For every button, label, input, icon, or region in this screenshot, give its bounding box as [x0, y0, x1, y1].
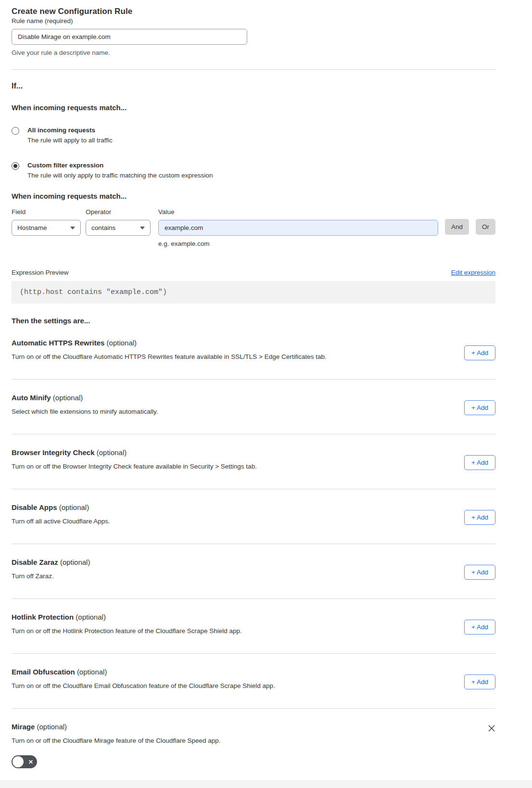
- radio-all-requests-label: All incoming requests: [27, 127, 113, 134]
- optional-tag: (optional): [97, 448, 127, 457]
- add-browser-integrity-check-button[interactable]: + Add: [464, 455, 495, 470]
- operator-select-value: contains: [91, 224, 115, 231]
- setting-email-obfuscation: Email Obfuscation (optional) Turn on or …: [12, 654, 495, 709]
- setting-title: Auto Minify: [12, 394, 51, 402]
- field-select[interactable]: Hostname: [12, 220, 81, 236]
- match-heading-2: When incoming requests match...: [12, 192, 495, 200]
- radio-all-requests-desc: The rule will apply to all traffic: [27, 137, 113, 144]
- setting-description: Turn off Zaraz.: [12, 572, 90, 580]
- optional-tag: (optional): [60, 558, 90, 566]
- setting-disable-zaraz: Disable Zaraz (optional) Turn off Zaraz.…: [12, 544, 495, 599]
- expression-preview-label: Expression Preview: [12, 269, 69, 276]
- add-auto-minify-button[interactable]: + Add: [464, 400, 495, 415]
- field-label: Field: [12, 208, 81, 216]
- add-email-obfuscation-button[interactable]: + Add: [464, 674, 495, 689]
- add-disable-zaraz-button[interactable]: + Add: [464, 565, 495, 580]
- then-heading: Then the settings are...: [12, 317, 495, 325]
- optional-tag: (optional): [107, 339, 137, 347]
- toggle-off-icon: ✕: [28, 759, 33, 765]
- optional-tag: (optional): [77, 668, 107, 676]
- field-select-value: Hostname: [17, 224, 47, 231]
- section-divider: [12, 69, 495, 70]
- operator-label: Operator: [86, 208, 151, 216]
- rule-name-help: Give your rule a descriptive name.: [12, 49, 495, 56]
- setting-disable-apps: Disable Apps (optional) Turn off all act…: [12, 489, 495, 544]
- setting-description: Select which file extensions to minify a…: [12, 408, 158, 415]
- toggle-knob: [13, 756, 24, 767]
- edit-expression-link[interactable]: Edit expression: [451, 269, 495, 276]
- setting-automatic-https-rewrites: Automatic HTTPS Rewrites (optional) Turn…: [12, 325, 495, 380]
- rule-name-label: Rule name (required): [12, 17, 73, 25]
- add-disable-apps-button[interactable]: + Add: [464, 510, 495, 525]
- setting-title: Hotlink Protection: [12, 613, 74, 621]
- close-icon[interactable]: [488, 724, 495, 732]
- chevron-down-icon: [140, 227, 145, 229]
- or-button[interactable]: Or: [476, 219, 495, 235]
- optional-tag: (optional): [37, 723, 67, 731]
- page-title: Create new Configuration Rule: [12, 0, 495, 16]
- setting-description: Turn on or off the Cloudflare Email Obfu…: [12, 682, 275, 689]
- setting-title: Disable Zaraz: [12, 558, 58, 566]
- setting-hotlink-protection: Hotlink Protection (optional) Turn on or…: [12, 599, 495, 654]
- setting-mirage: Mirage (optional) Turn on or off the Clo…: [12, 709, 495, 768]
- setting-title: Email Obfuscation: [12, 668, 75, 676]
- setting-description: Turn on or off the Browser Integrity Che…: [12, 463, 257, 470]
- and-button[interactable]: And: [445, 219, 469, 235]
- operator-select[interactable]: contains: [86, 220, 151, 236]
- radio-custom-expression-desc: The rule will only apply to traffic matc…: [27, 172, 213, 179]
- setting-browser-integrity-check: Browser Integrity Check (optional) Turn …: [12, 434, 495, 489]
- if-heading: If...: [12, 82, 495, 90]
- setting-description: Turn on or off the Cloudflare Mirage fea…: [12, 737, 221, 744]
- radio-option-custom-expression[interactable]: Custom filter expression The rule will o…: [12, 162, 495, 179]
- chevron-down-icon: [70, 227, 75, 229]
- mirage-toggle-off[interactable]: ✕: [12, 755, 37, 768]
- setting-title: Mirage: [12, 723, 35, 731]
- optional-tag: (optional): [76, 613, 106, 621]
- rule-name-input[interactable]: [12, 29, 247, 45]
- expression-preview-code: (http.host contains "example.com"): [12, 281, 495, 304]
- match-heading-1: When incoming requests match...: [12, 103, 495, 112]
- setting-description: Turn on or off the Cloudflare Automatic …: [12, 353, 327, 360]
- value-input[interactable]: [158, 220, 438, 236]
- radio-option-all-requests[interactable]: All incoming requests The rule will appl…: [12, 127, 495, 144]
- setting-description: Turn off all active Cloudflare Apps.: [12, 518, 110, 525]
- radio-all-requests[interactable]: [12, 127, 19, 135]
- setting-title: Automatic HTTPS Rewrites: [12, 339, 104, 347]
- value-hint: e.g. example.com: [158, 240, 438, 247]
- radio-custom-expression-label: Custom filter expression: [27, 162, 213, 169]
- optional-tag: (optional): [53, 394, 83, 402]
- optional-tag: (optional): [59, 503, 89, 511]
- bottom-strip: [0, 780, 532, 788]
- setting-auto-minify: Auto Minify (optional) Select which file…: [12, 380, 495, 434]
- add-automatic-https-rewrites-button[interactable]: + Add: [464, 345, 495, 360]
- value-label: Value: [158, 208, 438, 216]
- setting-title: Disable Apps: [12, 503, 57, 511]
- setting-title: Browser Integrity Check: [12, 448, 95, 457]
- add-hotlink-protection-button[interactable]: + Add: [464, 620, 495, 635]
- configuration-rule-form: Create new Configuration Rule Rule name …: [12, 0, 495, 768]
- expression-builder-row: Field Hostname Operator contains Value e…: [12, 208, 495, 247]
- setting-description: Turn on or off the Hotlink Protection fe…: [12, 627, 242, 635]
- radio-custom-expression[interactable]: [12, 162, 19, 170]
